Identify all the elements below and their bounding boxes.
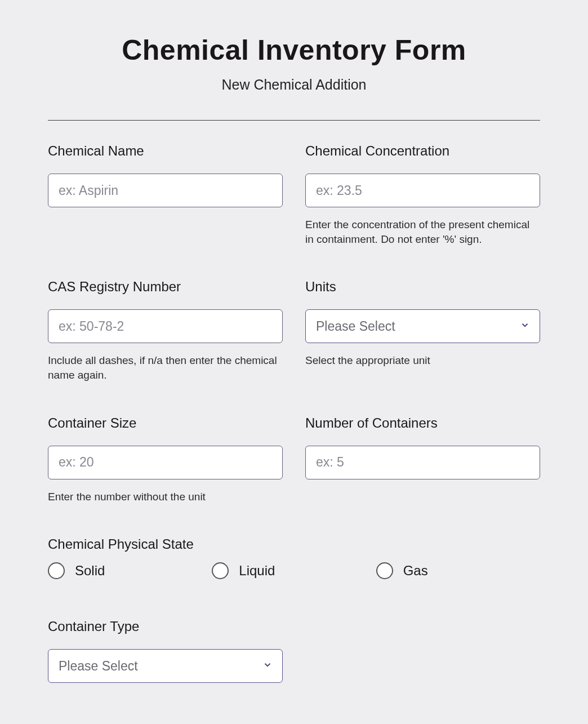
label-chemical-name: Chemical Name: [48, 143, 283, 159]
row-cas-units: CAS Registry Number Include all dashes, …: [48, 279, 540, 382]
field-container-type: Container Type Please Select: [48, 619, 283, 683]
container-type-select[interactable]: Please Select: [48, 649, 283, 683]
label-units: Units: [305, 279, 540, 295]
units-select-wrap: Please Select: [305, 309, 540, 343]
help-units: Select the appropriate unit: [305, 353, 540, 368]
field-units: Units Please Select Select the appropria…: [305, 279, 540, 382]
empty-col: [305, 619, 540, 683]
cas-input[interactable]: [48, 309, 283, 343]
radio-icon: [212, 562, 229, 579]
label-concentration: Chemical Concentration: [305, 143, 540, 159]
radio-icon: [48, 562, 65, 579]
help-cas: Include all dashes, if n/a then enter th…: [48, 353, 283, 382]
field-chemical-name: Chemical Name: [48, 143, 283, 246]
radio-item-liquid[interactable]: Liquid: [212, 562, 376, 579]
form-page: Chemical Inventory Form New Chemical Add…: [0, 0, 588, 724]
concentration-input[interactable]: [305, 174, 540, 207]
radio-label-solid: Solid: [75, 563, 105, 579]
row-name-concentration: Chemical Name Chemical Concentration Ent…: [48, 143, 540, 246]
divider: [48, 120, 540, 121]
label-container-size: Container Size: [48, 415, 283, 431]
field-concentration: Chemical Concentration Enter the concent…: [305, 143, 540, 246]
radio-icon: [376, 562, 393, 579]
radio-label-liquid: Liquid: [239, 563, 275, 579]
container-size-input[interactable]: [48, 446, 283, 479]
help-container-size: Enter the number without the unit: [48, 490, 283, 504]
form-area: Chemical Name Chemical Concentration Ent…: [48, 143, 540, 683]
units-select[interactable]: Please Select: [305, 309, 540, 343]
label-container-type: Container Type: [48, 619, 283, 634]
chemical-name-input[interactable]: [48, 174, 283, 207]
field-container-size: Container Size Enter the number without …: [48, 415, 283, 504]
header: Chemical Inventory Form New Chemical Add…: [48, 34, 540, 93]
page-title: Chemical Inventory Form: [48, 34, 540, 66]
radio-label-gas: Gas: [403, 563, 428, 579]
label-num-containers: Number of Containers: [305, 415, 540, 431]
row-size-num: Container Size Enter the number without …: [48, 415, 540, 504]
radio-item-gas[interactable]: Gas: [376, 562, 540, 579]
row-physical-state: Chemical Physical State Solid Liquid Gas: [48, 536, 540, 579]
label-physical-state: Chemical Physical State: [48, 536, 540, 552]
container-type-select-wrap: Please Select: [48, 649, 283, 683]
page-subtitle: New Chemical Addition: [48, 77, 540, 93]
label-cas: CAS Registry Number: [48, 279, 283, 295]
num-containers-input[interactable]: [305, 446, 540, 479]
field-num-containers: Number of Containers: [305, 415, 540, 504]
help-concentration: Enter the concentration of the present c…: [305, 217, 540, 246]
row-container-type: Container Type Please Select: [48, 619, 540, 683]
field-cas: CAS Registry Number Include all dashes, …: [48, 279, 283, 382]
physical-state-radio-group: Solid Liquid Gas: [48, 562, 540, 579]
radio-item-solid[interactable]: Solid: [48, 562, 212, 579]
